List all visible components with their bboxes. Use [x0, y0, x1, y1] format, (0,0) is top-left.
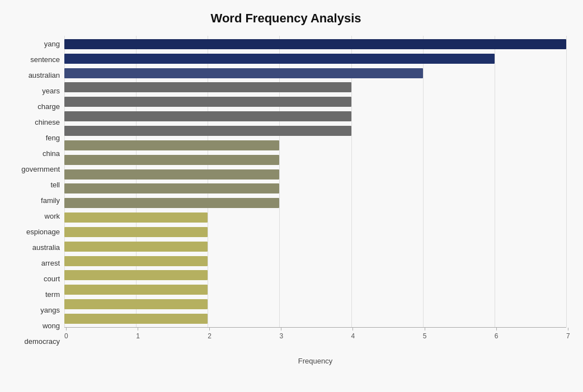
bar: [64, 212, 208, 223]
bar-row: [64, 240, 566, 253]
bar-row: [64, 298, 566, 310]
bar-row: [64, 284, 566, 296]
y-label: charge: [37, 103, 60, 110]
bar-row: [64, 269, 566, 281]
x-tick: 3: [279, 328, 283, 340]
x-tick: 6: [495, 328, 499, 340]
bar: [64, 169, 279, 180]
x-tick-label: 5: [423, 332, 427, 340]
bar: [64, 198, 279, 208]
y-label: yang: [44, 40, 60, 48]
y-label: democracy: [24, 338, 60, 345]
y-label: chinese: [35, 119, 60, 126]
bar-row: [64, 81, 566, 93]
bars-inner: [64, 36, 566, 327]
x-tick-label: 6: [495, 332, 499, 340]
y-label: term: [45, 291, 60, 298]
y-label: tell: [50, 181, 60, 188]
bar: [64, 39, 566, 49]
bar-row: [64, 197, 566, 209]
x-tick: 5: [423, 328, 427, 340]
x-tick-line: [496, 328, 497, 330]
bar: [64, 299, 208, 309]
x-axis-title: Frequency: [64, 357, 566, 365]
grid-line: [566, 36, 567, 327]
x-tick: 2: [208, 328, 211, 340]
y-label: australia: [32, 244, 60, 251]
x-tick-label: 2: [208, 332, 211, 340]
bar: [64, 97, 351, 107]
x-tick-label: 1: [136, 332, 140, 340]
y-label: feng: [46, 134, 60, 141]
bar-row: [64, 255, 566, 267]
bar: [64, 155, 279, 165]
bar: [64, 242, 208, 252]
x-tick: 0: [64, 328, 68, 340]
x-tick-label: 3: [279, 332, 283, 340]
bar: [64, 126, 351, 136]
y-label: australian: [29, 72, 60, 79]
y-label: yangs: [40, 306, 60, 314]
bar: [64, 227, 208, 237]
bar-row: [64, 125, 566, 137]
x-tick-label: 0: [64, 332, 68, 340]
x-tick: 4: [351, 328, 355, 340]
x-tick-line: [352, 328, 353, 330]
bar-row: [64, 53, 566, 65]
y-label: court: [44, 275, 60, 282]
chart-area: yangsentenceaustralianyearschargechinese…: [6, 36, 566, 350]
x-tick-line: [425, 328, 425, 330]
x-tick-line: [568, 328, 568, 330]
bars-wrapper: [64, 36, 566, 327]
bar-row: [64, 67, 566, 79]
y-label: government: [21, 166, 60, 173]
bars-and-xaxis: 76543210 Frequency: [64, 36, 566, 350]
bar-row: [64, 110, 566, 122]
x-tick-label: 7: [566, 332, 570, 340]
y-label: china: [43, 150, 60, 157]
bar: [64, 314, 208, 324]
x-tick: 7: [566, 328, 570, 340]
bar: [64, 111, 351, 121]
x-axis: 76543210 Frequency: [64, 327, 566, 350]
bar: [64, 82, 351, 92]
bar: [64, 183, 279, 193]
bar: [64, 256, 208, 266]
x-tick-line: [138, 328, 138, 330]
y-label: family: [41, 197, 60, 204]
chart-container: Word Frequency Analysis yangsentenceaust…: [0, 0, 583, 392]
bar-row: [64, 211, 566, 224]
bar-row: [64, 38, 566, 50]
x-tick-line: [66, 328, 67, 330]
y-labels: yangsentenceaustralianyearschargechinese…: [6, 36, 64, 350]
bar: [64, 270, 208, 280]
bar: [64, 285, 208, 295]
y-label: arrest: [41, 259, 60, 267]
bar: [64, 68, 423, 78]
bar-row: [64, 182, 566, 195]
chart-title: Word Frequency Analysis: [6, 11, 566, 26]
x-tick-line: [209, 328, 210, 330]
y-label: espionage: [26, 228, 60, 235]
x-tick: 1: [136, 328, 140, 340]
y-label: sentence: [30, 56, 60, 63]
bar-row: [64, 168, 566, 181]
bar-row: [64, 96, 566, 108]
bar-row: [64, 139, 566, 152]
y-label: work: [45, 212, 60, 220]
bar-row: [64, 313, 566, 325]
bar-row: [64, 154, 566, 166]
y-label: years: [42, 87, 60, 95]
x-tick-label: 4: [351, 332, 355, 340]
bar: [64, 54, 495, 64]
x-tick-line: [281, 328, 281, 330]
bar: [64, 140, 279, 150]
bar-row: [64, 226, 566, 238]
y-label: wong: [43, 322, 60, 329]
